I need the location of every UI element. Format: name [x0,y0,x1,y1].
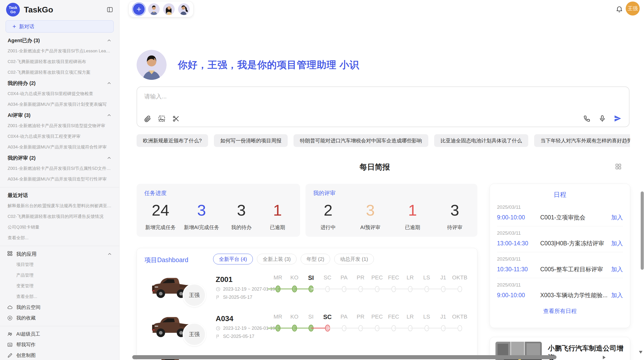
recent-chat-item[interactable]: 查看全部... [0,233,119,243]
project-owner-avatar: 王强 [183,283,206,307]
scroll-down-arrow-icon[interactable] [639,351,642,354]
sidebar-item-favorites[interactable]: 我的收藏 [0,313,119,323]
project-date-range: 2023-12-19 ~ 2026-01-19 [223,326,275,331]
stat-value: 3 [237,202,246,218]
suggestion-chip[interactable]: 比亚迪全固态电池计划具体说了什么 [434,134,528,147]
sidebar-conversation-item[interactable]: Z001-全新燃油轻卡产品开发项目SI节点属性5D文件评审 [0,163,119,174]
chevron-up-icon[interactable] [107,38,112,43]
sidebar-conversation-item[interactable]: C0X4-动力总成开发项目工程变更评审 [0,131,119,142]
milestone-dot[interactable] [458,325,462,331]
sidebar-conversation-item[interactable]: C02-飞腾新能源轻客改款项目里程碑画布 [0,56,119,67]
sidebar-conversation-item[interactable]: C02-飞腾新能源轻客改款项目立项汇报方案 [0,67,119,78]
event-title: X003-车辆动力学性能验... [540,291,611,299]
new-chat-button[interactable]: + 新对话 [6,20,114,33]
stat-label: 进行中 [320,224,336,231]
cloud-space-label: 我的云空间 [16,304,40,311]
notification-bell-icon[interactable] [616,5,623,14]
event-join-link[interactable]: 加入 [611,239,623,247]
suggestion-chip[interactable]: 特朗普可能对进口汽车增税会对中国车企造成哪些影响 [294,134,428,147]
schedule-events: 2025/03/119:00-10:00C001-立项审批会加入2025/03/… [497,200,623,304]
sidebar-conversation-item[interactable]: A034-全新新能源MUV产品开发项目法规符合性评审 [0,142,119,153]
dashboard-tab[interactable]: 全新平台 (4) [213,254,253,264]
writing-label: 帮我写作 [16,341,36,348]
stat-label: 已逾期 [270,224,285,231]
member-avatar[interactable] [148,3,160,15]
milestone-label: LR [402,274,418,281]
stat-item: 1已逾期 [399,202,427,231]
app-menu-item[interactable]: 项目管理 [0,259,119,270]
sidebar-item-drawing[interactable]: 创意制图 [0,350,119,360]
event-join-link[interactable]: 加入 [611,214,623,221]
schedule-title: 日程 [497,190,623,199]
phone-call-icon[interactable] [583,115,591,122]
vertical-scrollbar-thumb[interactable] [641,191,644,270]
sidebar-conversation-item[interactable]: A034-全新新能源MUV产品开发项目造型可行性评审 [0,174,119,185]
horizontal-scrollbar-thumb[interactable] [132,355,557,359]
sidebar-conversation-item[interactable]: C0X4-动力总成开发项目SI里程碑提交物检查 [0,88,119,99]
recent-chat-item[interactable]: 解释最新出台的欧盟报废车法规再生塑料比例被调至15%... [0,201,119,211]
card-title: 任务进度 [144,189,167,197]
message-input[interactable] [144,93,551,108]
event-join-link[interactable]: 加入 [611,265,623,273]
task-progress-card: 任务进度 24新增完成任务3新增AI完成任务3我的待办1已逾期 [137,184,300,237]
member-avatar[interactable] [178,3,190,15]
sidebar-section-header[interactable]: 我的评审 (2) [0,153,119,163]
greeting-block: 你好，王强，我是你的项目管理助理 小识 [137,50,359,80]
briefing-layout-icon[interactable] [615,163,622,171]
recent-chat-item[interactable]: 公司Q3轻卡销量 [0,222,119,233]
sidebar-item-writing[interactable]: 帮我写作 [0,339,119,350]
milestone-label: PA [336,274,352,281]
app-menu-item[interactable]: 产品管理 [0,270,119,281]
sidebar-section-header[interactable]: Agent已办 (3) [0,35,119,46]
my-review-card: 我的评审 2进行中3AI预评审1已逾期3待评审 [305,184,477,237]
event-row: 13:00-14:30C003|H0B-方案冻结评审加入 [497,239,623,247]
dashboard-tab[interactable]: 年型 (2) [301,254,330,264]
milestone-dot[interactable] [458,286,462,292]
send-icon[interactable] [614,114,622,123]
milestone-label: PEC [369,313,385,321]
sidebar-conversation-item[interactable]: Z001-全新燃油皮卡产品开发项目SI节点Lesson Learn报告 [0,46,119,56]
sidebar-section-header[interactable]: 我的待办 (2) [0,78,119,88]
attachment-icon[interactable] [144,115,151,123]
milestone-track: MRKOSISCPAPRPECFECLRLSJ1OKTB [270,313,471,333]
event-row: 10:30-11:30C005-整车工程目标评审加入 [497,265,623,273]
sidebar-conversation-item[interactable]: Z001-全新燃油轻卡产品开发项目SI造型提交物评审 [0,121,119,131]
dashboard-tab[interactable]: 动总开发 (1) [334,254,374,264]
app-menu-item[interactable]: 查看全部... [0,291,119,302]
chevron-up-icon[interactable] [107,113,112,118]
recent-chat-item[interactable]: C02-飞腾新能源轻客改款项目的闭环通告反馈情况 [0,211,119,222]
user-avatar[interactable]: 王强 [626,2,640,16]
view-all-schedule-link[interactable]: 查看所有日程 [497,307,623,315]
microphone-icon[interactable] [598,115,606,122]
chevron-up-icon[interactable] [107,155,112,160]
dashboard-tab[interactable]: 全新上装 (3) [257,254,297,264]
milestone-label: LS [418,313,435,321]
member-avatar[interactable] [163,3,175,15]
app-menu-item[interactable]: 变更管理 [0,281,119,291]
sidebar-collapse-icon[interactable] [107,6,113,13]
sidebar-item-ai-staff[interactable]: AI超级员工 [0,329,119,339]
chevron-up-icon[interactable] [107,251,112,257]
app-logo-text-bottom: Go [10,10,16,14]
event-join-link[interactable]: 加入 [611,291,623,299]
scroll-right-arrow-icon[interactable] [603,356,606,359]
people-icon [7,331,13,337]
sidebar-section-header[interactable]: AI评审 (3) [0,110,119,121]
sidebar-conversation-item[interactable]: A034-全新新能源MUV产品开发项目计划变更表编写 [0,99,119,110]
add-member-button[interactable]: + [133,3,145,15]
event-title: C001-立项审批会 [540,214,611,221]
card-title: 我的评审 [313,189,335,197]
suggestion-chip[interactable]: 当下年轻人对汽车外观有怎样的喜好趋势 [534,134,630,147]
recent-items: 解释最新出台的欧盟报废车法规再生塑料比例被调至15%...C02-飞腾新能源轻客… [0,201,119,243]
sidebar-divider [0,326,119,326]
app-logo-text-top: Task [9,5,17,10]
suggestion-chip[interactable]: 欧洲新规最近颁布了什么? [137,134,208,147]
image-upload-icon[interactable] [158,115,166,123]
chevron-up-icon[interactable] [107,81,112,86]
milestone-label: KO [286,274,303,281]
sidebar-item-cloud-space[interactable]: 我的云空间 [0,302,119,313]
suggestion-chip[interactable]: 如何写一份清晰的项目周报 [214,134,288,147]
milestone-label: MR [270,274,286,281]
sidebar-item-my-apps[interactable]: 我的应用 [0,249,119,259]
scissors-icon[interactable] [172,115,180,123]
